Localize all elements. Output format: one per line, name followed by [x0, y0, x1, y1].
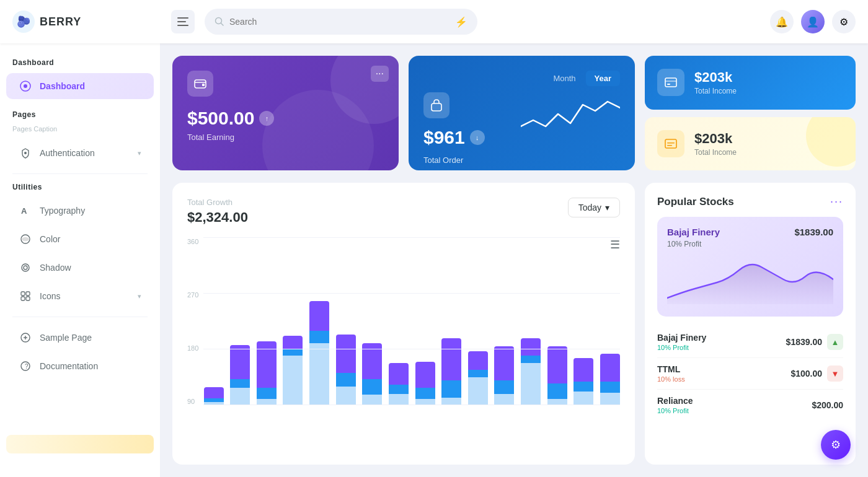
chart-bars [203, 238, 620, 405]
avatar-image: 👤 [801, 10, 825, 33]
app-body: Dashboard Dashboard Pages Pages Caption … [0, 43, 868, 477]
svg-text:?: ? [25, 363, 29, 370]
chart-card: Total Growth $2,324.00 Today ▾ ☰ 360 270 [172, 183, 635, 465]
sidebar-item-sample-page[interactable]: Sample Page [6, 325, 154, 351]
search-icon [215, 17, 224, 27]
stocks-card: Popular Stocks ··· Bajaj Finery $1839.00… [645, 183, 856, 465]
stock-ttml-price: $100.00 [790, 369, 822, 379]
stock-ttml-right: $100.00 ▼ [790, 365, 843, 382]
header-right: 🔔 👤 ⚙ [770, 10, 856, 33]
order-amount: $961 ↓ [423, 127, 485, 148]
sidebar-item-authentication[interactable]: Authentication ▾ [6, 140, 154, 166]
sidebar-section-dashboard: Dashboard [0, 56, 160, 72]
stock-row-ttml: TTML 10% loss $100.00 ▼ [657, 358, 843, 390]
stocks-menu-button[interactable]: ··· [830, 195, 843, 208]
earning-icon-wrap [187, 71, 213, 97]
y-label-180: 180 [187, 344, 198, 352]
notifications-button[interactable]: 🔔 [770, 10, 794, 33]
chart-y-axis: 360 270 180 90 [187, 238, 198, 405]
chart-area: ☰ 360 270 180 90 [187, 238, 620, 436]
sidebar: Dashboard Dashboard Pages Pages Caption … [0, 43, 160, 477]
svg-text:🫐: 🫐 [17, 15, 31, 28]
search-bar: ⚡ [205, 9, 477, 35]
order-wave-chart [521, 92, 620, 136]
bajaj-featured-profit: 10% Profit [667, 240, 833, 248]
bar-group-9 [415, 238, 435, 405]
stock-reliance-right: $200.00 [812, 400, 843, 410]
sidebar-item-typography[interactable]: A Typography [6, 198, 154, 224]
income-blue-label: Total Income [694, 87, 843, 95]
stock-ttml-change: 10% loss [657, 375, 685, 383]
bar-group-5 [309, 238, 330, 405]
sidebar-item-icons[interactable]: Icons ▾ [6, 283, 154, 309]
stock-row-bajaj: Bajaj Finery 10% Profit $1839.00 ▲ [657, 326, 843, 358]
svg-rect-29 [665, 139, 676, 148]
svg-rect-2 [177, 17, 188, 19]
logo-icon: 🫐 [12, 11, 35, 33]
y-label-270: 270 [187, 291, 198, 299]
income-yellow-icon [657, 130, 684, 157]
documentation-icon: ? [19, 359, 32, 373]
chart-today-button[interactable]: Today ▾ [568, 198, 620, 217]
logo-text: BERRY [40, 15, 81, 28]
y-label-90: 90 [187, 398, 198, 405]
bar-group-13 [521, 238, 541, 405]
icons-icon [19, 289, 32, 303]
bar-group-7 [362, 238, 383, 405]
income-yellow-amount: $203k [694, 131, 843, 147]
svg-point-9 [24, 152, 27, 154]
chart-header: Total Growth $2,324.00 Today ▾ [187, 198, 620, 225]
sidebar-item-shadow[interactable]: Shadow [6, 255, 154, 281]
sidebar-section-pages: Pages [0, 108, 160, 124]
bar-group-11 [467, 238, 488, 405]
order-content: $961 ↓ Total Order [423, 92, 620, 165]
card-income-yellow: $203k Total Income [645, 117, 856, 171]
tab-year-button[interactable]: Year [586, 71, 620, 86]
sidebar-item-label-auth: Authentication [40, 148, 130, 158]
stock-reliance-info: Reliance 10% Profit [657, 396, 693, 414]
sidebar-divider-2 [12, 317, 148, 317]
search-input[interactable] [229, 17, 450, 27]
settings-button[interactable]: ⚙ [832, 10, 856, 33]
stock-bajaj-change: 10% Profit [657, 344, 706, 351]
stock-bajaj-right: $1839.00 ▲ [786, 334, 843, 350]
svg-rect-26 [665, 78, 676, 87]
chart-amount: $2,324.00 [187, 209, 248, 225]
shadow-icon [19, 261, 32, 274]
sidebar-divider-1 [12, 173, 148, 174]
avatar[interactable]: 👤 [801, 10, 825, 33]
svg-line-6 [221, 24, 224, 26]
sidebar-bottom [0, 424, 160, 465]
sidebar-item-label-typography: Typography [40, 206, 141, 216]
chart-dropdown-icon: ▾ [605, 203, 609, 212]
sidebar-item-color[interactable]: Color [6, 226, 154, 252]
bar-group-8 [389, 238, 409, 405]
sidebar-item-label-dashboard: Dashboard [40, 81, 141, 91]
bar-group-15 [574, 238, 594, 405]
svg-text:A: A [21, 206, 27, 216]
stock-bajaj-info: Bajaj Finery 10% Profit [657, 333, 706, 351]
bar-group-3 [257, 238, 277, 405]
svg-rect-14 [21, 292, 25, 295]
bar-group-12 [494, 238, 515, 405]
sample-page-icon [19, 331, 32, 344]
bajaj-featured-header: Bajaj Finery $1839.00 [667, 227, 833, 237]
svg-point-8 [24, 84, 27, 88]
sidebar-item-dashboard[interactable]: Dashboard [6, 73, 154, 99]
stocks-title: Popular Stocks [657, 196, 734, 208]
tab-month-button[interactable]: Month [548, 71, 580, 85]
bottom-row: Total Growth $2,324.00 Today ▾ ☰ 360 270 [172, 183, 856, 465]
filter-icon[interactable]: ⚡ [455, 16, 467, 28]
menu-button[interactable] [171, 10, 195, 33]
fab-icon: ⚙ [831, 438, 841, 452]
earning-menu-button[interactable]: ··· [371, 66, 389, 82]
sidebar-item-documentation[interactable]: ? Documentation [6, 353, 154, 379]
svg-rect-31 [667, 145, 672, 146]
stock-reliance-price: $200.00 [812, 400, 843, 410]
shopping-bag-icon [430, 98, 443, 112]
fab-button[interactable]: ⚙ [821, 430, 851, 460]
income-blue-icon [657, 69, 684, 96]
sidebar-section-utilities: Utilities [0, 180, 160, 196]
svg-point-12 [22, 264, 29, 271]
card-income-blue: $203k Total Income [645, 56, 856, 110]
